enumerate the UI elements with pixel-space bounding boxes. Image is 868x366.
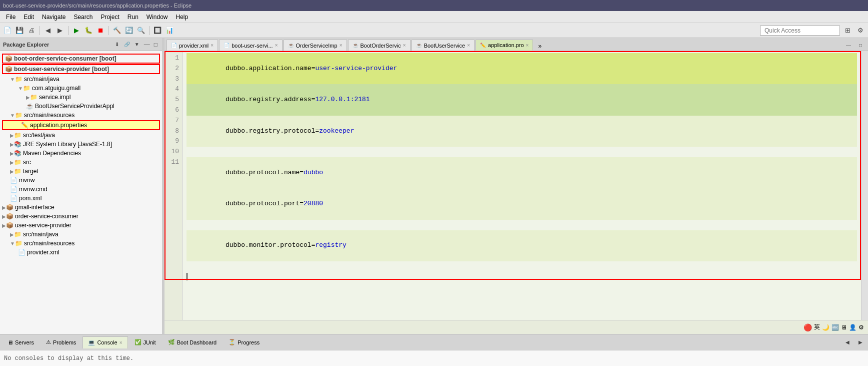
menu-window[interactable]: Window — [142, 13, 172, 22]
console-close[interactable]: × — [120, 340, 122, 345]
tab-boot-dashboard[interactable]: 🌿 Boot Dashboard — [162, 336, 222, 348]
search-toolbar-button[interactable]: 🔍 — [136, 25, 146, 36]
tree-item-jre[interactable]: ▶ 📚 JRE System Library [JavaSE-1.8] — [0, 140, 162, 149]
code-line-1: dubbo.application.name=user-service-prov… — [186, 53, 857, 84]
tab-problems-label: Problems — [53, 339, 76, 345]
sidebar-title: Package Explorer — [3, 42, 49, 48]
tab-application-icon: ✏️ — [480, 43, 486, 48]
tab-console[interactable]: 💻 Console × — [82, 336, 128, 348]
build-button[interactable]: 🔨 — [112, 25, 122, 36]
usp-src-main-java-icon: 📁 — [14, 231, 22, 238]
tree-item-target[interactable]: ▶ 📁 target — [0, 167, 162, 176]
tree-item-maven[interactable]: ▶ 📚 Maven Dependencies — [0, 149, 162, 158]
editor-minimize-button[interactable]: — — [843, 40, 854, 51]
console-area: No consoles to display at this time. — [0, 350, 868, 366]
menu-navigate[interactable]: Navigate — [38, 13, 70, 22]
tree-item-bootuser-app[interactable]: ☕ BootUserServiceProviderAppl — [0, 102, 162, 111]
tree-item-src-main-res[interactable]: ▼ 📁 src/main/resources — [0, 111, 162, 120]
back-button[interactable]: ◀ — [42, 25, 54, 36]
menu-edit[interactable]: Edit — [20, 13, 38, 22]
line-numbers: 1 2 3 4 5 6 7 8 9 10 11 — [164, 51, 182, 320]
tree-item-service-impl[interactable]: ▶ 📁 service.impl — [0, 93, 162, 102]
tree-item-user-service[interactable]: ▶ 📦 user-service-provider — [0, 221, 162, 230]
gmall-label: gmall-interface — [15, 204, 54, 211]
tree-item-src-test-java[interactable]: ▶ 📁 src/test/java — [0, 131, 162, 140]
tab-bootorderservice[interactable]: ☕ BootOrderServic × — [348, 40, 410, 51]
tab-application-pro[interactable]: ✏️ application.pro × — [476, 40, 533, 51]
tab-provider-xml[interactable]: 📄 provider.xml × — [166, 40, 218, 51]
tree-item-boot-order[interactable]: 📦 boot-order-service-consumer [boot] — [2, 54, 160, 64]
code-l5-prefix: dubbo.protocol.name= — [226, 169, 304, 176]
tab-boot-user-close[interactable]: × — [275, 43, 278, 48]
link-editor-button[interactable]: 🔗 — [122, 40, 132, 49]
tree-item-usp-src-main-java[interactable]: ▶ 📁 src/main/java — [0, 230, 162, 239]
status-icon-1: 🔴 — [804, 323, 812, 331]
tab-overflow-button[interactable]: » — [536, 42, 544, 51]
code-line-7 — [186, 220, 857, 230]
menu-run[interactable]: Run — [124, 13, 142, 22]
tree-item-usp-src-main-res[interactable]: ▼ 📁 src/main/resources — [0, 239, 162, 248]
debug-button[interactable]: 🐛 — [83, 25, 94, 36]
tab-orderserviceimp[interactable]: ☕ OrderServiceImp × — [284, 40, 347, 51]
user-service-icon: 📦 — [6, 222, 14, 229]
tree-item-provider-xml[interactable]: 📄 provider.xml — [0, 248, 162, 257]
menu-file[interactable]: File — [2, 13, 20, 22]
stop-button[interactable]: ⏹ — [95, 25, 106, 36]
menu-bar: File Edit Navigate Search Project Run Wi… — [0, 11, 868, 23]
editor-maximize-button[interactable]: □ — [855, 40, 866, 51]
open-perspective-button[interactable]: ⊞ — [842, 25, 853, 36]
customize-perspective-button[interactable]: ⚙ — [855, 25, 866, 36]
tab-servers[interactable]: 🖥 Servers — [2, 336, 40, 348]
toolbar-sep-1 — [40, 26, 40, 35]
tree-item-boot-user[interactable]: 📦 boot-user-service-provider [boot] — [2, 64, 160, 74]
code-l5-value: dubbo — [304, 169, 323, 176]
tab-orderservice-close[interactable]: × — [340, 43, 342, 48]
tab-application-close[interactable]: × — [526, 43, 529, 48]
line-num-6: 6 — [164, 105, 182, 116]
tree-item-mvnw[interactable]: 📄 mvnw — [0, 176, 162, 185]
forward-button[interactable]: ▶ — [54, 25, 66, 36]
tab-boot-user-servi[interactable]: 📄 boot-user-servi... × — [219, 40, 282, 51]
menu-help[interactable]: Help — [172, 13, 192, 22]
tree-item-gmall[interactable]: ▶ 📦 gmall-interface — [0, 203, 162, 212]
save-button[interactable]: 💾 — [14, 25, 25, 36]
tree-item-application-props[interactable]: ✏️ application.properties — [2, 120, 160, 130]
minimize-sidebar-button[interactable]: — — [142, 40, 152, 49]
editor-scrollbar[interactable] — [861, 51, 868, 320]
tab-provider-xml-close[interactable]: × — [210, 43, 214, 48]
tree-item-order[interactable]: ▶ 📦 order-service-consumer — [0, 212, 162, 221]
order-icon: 📦 — [6, 213, 14, 220]
tab-bootuser-close[interactable]: × — [467, 43, 470, 48]
quick-access-input[interactable] — [760, 26, 840, 36]
tab-bootorder-close[interactable]: × — [403, 43, 406, 48]
scroll-right-button[interactable]: ▶ — [855, 337, 866, 348]
tree-item-src-main-java[interactable]: ▼ 📁 src/main/java — [0, 75, 162, 84]
toolbar-sep-2 — [68, 26, 68, 35]
menu-project[interactable]: Project — [96, 13, 123, 22]
code-line-4 — [186, 147, 857, 157]
new-button[interactable]: 📄 — [2, 25, 13, 36]
collapse-all-button[interactable]: ⬇ — [112, 40, 122, 49]
print-button[interactable]: 🖨 — [26, 25, 37, 36]
view-menu-button[interactable]: ▼ — [132, 40, 142, 49]
expand-arrow-com: ▼ — [18, 86, 23, 91]
maximize-sidebar-button[interactable]: □ — [152, 40, 159, 49]
code-content[interactable]: dubbo.application.name=user-service-prov… — [182, 51, 861, 320]
tree-item-com-atguigu[interactable]: ▼ 📁 com.atguigu.gmall — [0, 84, 162, 93]
toolbar: 📄 💾 🖨 ◀ ▶ ▶ 🐛 ⏹ 🔨 🔄 🔍 🔲 📊 ⊞ ⚙ — [0, 23, 868, 38]
run-button[interactable]: ▶ — [71, 25, 82, 36]
src-label: src — [23, 159, 31, 166]
scroll-left-button[interactable]: ◀ — [842, 337, 853, 348]
tab-bootuserservice[interactable]: ☕ BootUserService × — [412, 40, 474, 51]
menu-search[interactable]: Search — [70, 13, 96, 22]
expand-arrow-maven: ▶ — [10, 151, 14, 156]
view-button[interactable]: 📊 — [164, 25, 175, 36]
refresh-button[interactable]: 🔄 — [124, 25, 134, 36]
tab-junit[interactable]: ✅ JUnit — [129, 336, 162, 348]
perspective-button[interactable]: 🔲 — [152, 25, 163, 36]
tree-item-src[interactable]: ▶ 📁 src — [0, 158, 162, 167]
tab-problems[interactable]: ⚠ Problems — [40, 336, 82, 348]
tab-progress[interactable]: ⏳ Progress — [223, 336, 265, 348]
tree-item-mvnw-cmd[interactable]: 📄 mvnw.cmd — [0, 185, 162, 194]
tree-item-pom[interactable]: 📄 pom.xml — [0, 194, 162, 203]
